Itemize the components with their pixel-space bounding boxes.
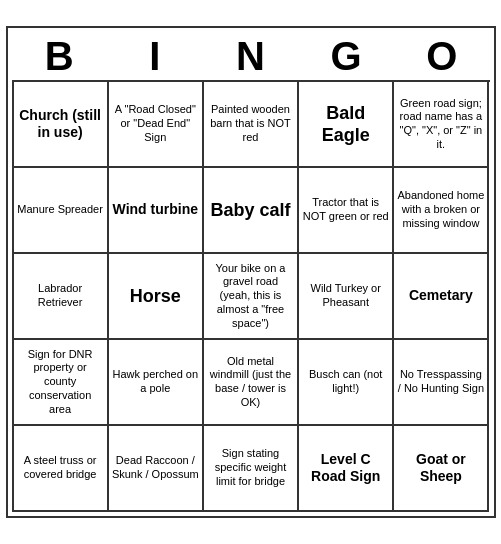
bingo-cell-8[interactable]: Tractor that is NOT green or red bbox=[299, 168, 394, 254]
bingo-cell-20[interactable]: A steel truss or covered bridge bbox=[14, 426, 109, 512]
bingo-cell-5[interactable]: Manure Spreader bbox=[14, 168, 109, 254]
bingo-cell-23[interactable]: Level C Road Sign bbox=[299, 426, 394, 512]
bingo-cell-16[interactable]: Hawk perched on a pole bbox=[109, 340, 204, 426]
bingo-grid: Church (still in use)A "Road Closed" or … bbox=[12, 80, 490, 512]
bingo-cell-12[interactable]: Your bike on a gravel road (yeah, this i… bbox=[204, 254, 299, 340]
bingo-cell-10[interactable]: Labrador Retriever bbox=[14, 254, 109, 340]
header-letter-b: B bbox=[12, 32, 108, 80]
bingo-cell-13[interactable]: Wild Turkey or Pheasant bbox=[299, 254, 394, 340]
bingo-cell-22[interactable]: Sign stating specific weight limit for b… bbox=[204, 426, 299, 512]
bingo-cell-2[interactable]: Painted wooden barn that is NOT red bbox=[204, 82, 299, 168]
bingo-cell-11[interactable]: Horse bbox=[109, 254, 204, 340]
bingo-cell-24[interactable]: Goat or Sheep bbox=[394, 426, 489, 512]
bingo-header: BINGO bbox=[12, 32, 490, 80]
bingo-card: BINGO Church (still in use)A "Road Close… bbox=[6, 26, 496, 518]
bingo-cell-0[interactable]: Church (still in use) bbox=[14, 82, 109, 168]
bingo-cell-19[interactable]: No Tresspassing / No Hunting Sign bbox=[394, 340, 489, 426]
bingo-cell-21[interactable]: Dead Raccoon / Skunk / Opossum bbox=[109, 426, 204, 512]
header-letter-n: N bbox=[203, 32, 299, 80]
bingo-cell-1[interactable]: A "Road Closed" or "Dead End" Sign bbox=[109, 82, 204, 168]
bingo-cell-3[interactable]: Bald Eagle bbox=[299, 82, 394, 168]
header-letter-i: I bbox=[107, 32, 203, 80]
bingo-cell-15[interactable]: Sign for DNR property or county conserva… bbox=[14, 340, 109, 426]
bingo-cell-4[interactable]: Green road sign; road name has a "Q", "X… bbox=[394, 82, 489, 168]
bingo-cell-17[interactable]: Old metal windmill (just the base / towe… bbox=[204, 340, 299, 426]
header-letter-g: G bbox=[298, 32, 394, 80]
bingo-cell-18[interactable]: Busch can (not light!) bbox=[299, 340, 394, 426]
bingo-cell-14[interactable]: Cemetary bbox=[394, 254, 489, 340]
bingo-cell-6[interactable]: Wind turbine bbox=[109, 168, 204, 254]
bingo-cell-7[interactable]: Baby calf bbox=[204, 168, 299, 254]
header-letter-o: O bbox=[394, 32, 490, 80]
bingo-cell-9[interactable]: Abandoned home with a broken or missing … bbox=[394, 168, 489, 254]
